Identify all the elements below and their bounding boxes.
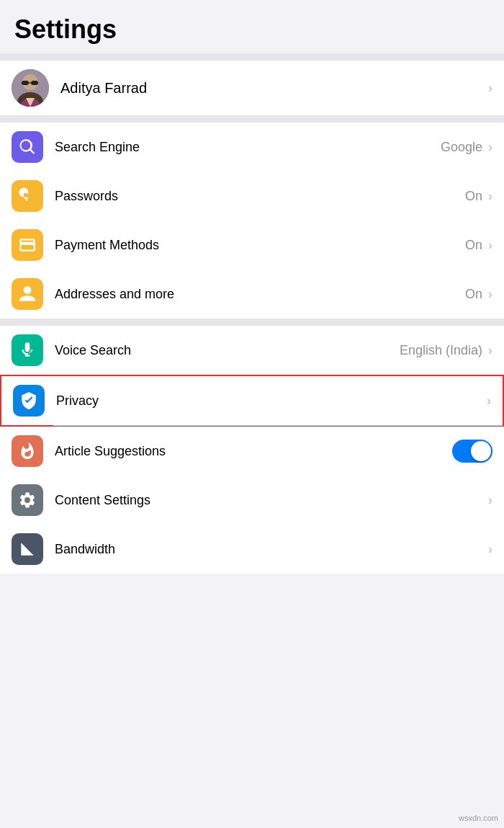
svg-rect-3 xyxy=(22,81,29,85)
autofill-section: Search Engine Google › Passwords On › Pa… xyxy=(0,123,504,319)
flame-icon xyxy=(18,442,37,460)
addresses-value: On xyxy=(465,287,482,302)
more-section: Voice Search English (India) › Privacy ›… xyxy=(0,326,504,574)
bandwidth-icon xyxy=(18,540,37,558)
privacy-chevron: › xyxy=(487,393,491,409)
payment-methods-row[interactable]: Payment Methods On › xyxy=(0,221,504,270)
card-icon xyxy=(18,236,37,254)
separator-2 xyxy=(0,319,504,326)
payment-methods-value: On xyxy=(465,238,482,253)
article-suggestions-row[interactable]: Article Suggestions xyxy=(0,427,504,476)
passwords-chevron: › xyxy=(488,189,492,204)
privacy-icon-wrapper xyxy=(13,385,45,417)
addresses-label: Addresses and more xyxy=(55,287,465,302)
payment-methods-chevron: › xyxy=(488,238,492,253)
search-engine-label: Search Engine xyxy=(55,140,441,155)
passwords-label: Passwords xyxy=(55,189,465,204)
content-settings-row[interactable]: Content Settings › xyxy=(0,476,504,525)
avatar xyxy=(12,69,49,107)
voice-search-value: English (India) xyxy=(400,343,482,358)
profile-row[interactable]: Aditya Farrad › xyxy=(0,61,504,115)
bandwidth-row[interactable]: Bandwidth › xyxy=(0,525,504,574)
privacy-row[interactable]: Privacy › xyxy=(0,375,504,427)
content-settings-icon-wrapper xyxy=(12,484,43,516)
profile-section: Aditya Farrad › xyxy=(0,61,504,115)
search-engine-chevron: › xyxy=(488,140,492,155)
voice-search-row[interactable]: Voice Search English (India) › xyxy=(0,326,504,375)
privacy-label: Privacy xyxy=(56,393,487,409)
person-icon xyxy=(18,285,37,303)
addresses-icon-wrapper xyxy=(12,278,43,310)
voice-search-icon-wrapper xyxy=(12,334,43,366)
addresses-row[interactable]: Addresses and more On › xyxy=(0,270,504,319)
mic-icon xyxy=(18,341,37,360)
separator-top xyxy=(0,53,504,61)
shield-icon xyxy=(19,391,38,410)
passwords-value: On xyxy=(465,189,482,204)
key-icon xyxy=(18,187,37,205)
page-header: Settings xyxy=(0,0,504,53)
search-icon xyxy=(18,138,37,156)
search-engine-icon-wrapper xyxy=(12,131,43,163)
article-suggestions-label: Article Suggestions xyxy=(55,444,452,459)
svg-rect-4 xyxy=(31,81,38,85)
addresses-chevron: › xyxy=(488,287,492,302)
gear-icon xyxy=(18,491,37,509)
bandwidth-chevron: › xyxy=(488,542,492,557)
voice-search-chevron: › xyxy=(488,343,492,358)
footer-watermark: wsxdn.com xyxy=(459,814,498,822)
payment-methods-label: Payment Methods xyxy=(55,238,465,253)
article-suggestions-toggle[interactable] xyxy=(452,440,492,463)
bandwidth-icon-wrapper xyxy=(12,533,43,565)
search-engine-row[interactable]: Search Engine Google › xyxy=(0,123,504,172)
payment-icon-wrapper xyxy=(12,229,43,261)
passwords-icon-wrapper xyxy=(12,180,43,212)
article-suggestions-icon-wrapper xyxy=(12,435,43,467)
content-settings-chevron: › xyxy=(488,493,492,508)
profile-name: Aditya Farrad xyxy=(60,80,488,97)
search-engine-value: Google xyxy=(441,140,482,155)
voice-search-label: Voice Search xyxy=(55,343,400,358)
page-title: Settings xyxy=(14,14,490,45)
bandwidth-label: Bandwidth xyxy=(55,542,488,557)
profile-chevron: › xyxy=(488,81,492,96)
passwords-row[interactable]: Passwords On › xyxy=(0,172,504,221)
separator-1 xyxy=(0,115,504,123)
content-settings-label: Content Settings xyxy=(55,493,488,508)
